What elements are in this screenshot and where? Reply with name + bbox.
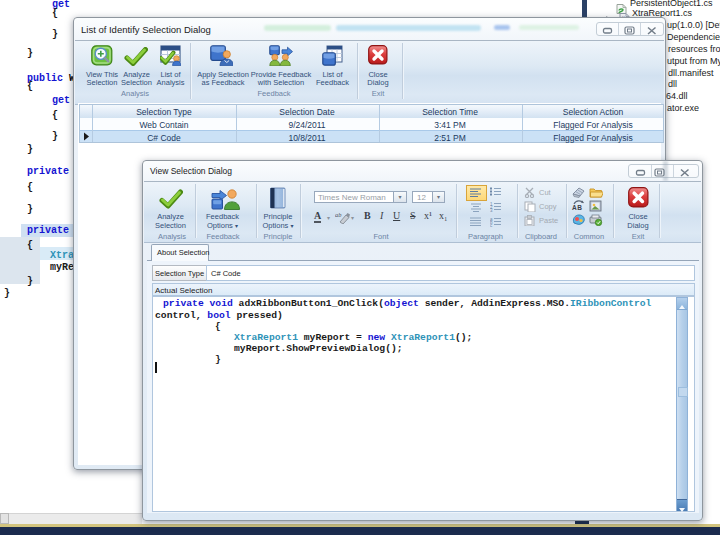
svg-text:3: 3 [490, 208, 493, 213]
svg-text:ab: ab [335, 211, 342, 218]
svg-text:c: c [490, 223, 493, 228]
